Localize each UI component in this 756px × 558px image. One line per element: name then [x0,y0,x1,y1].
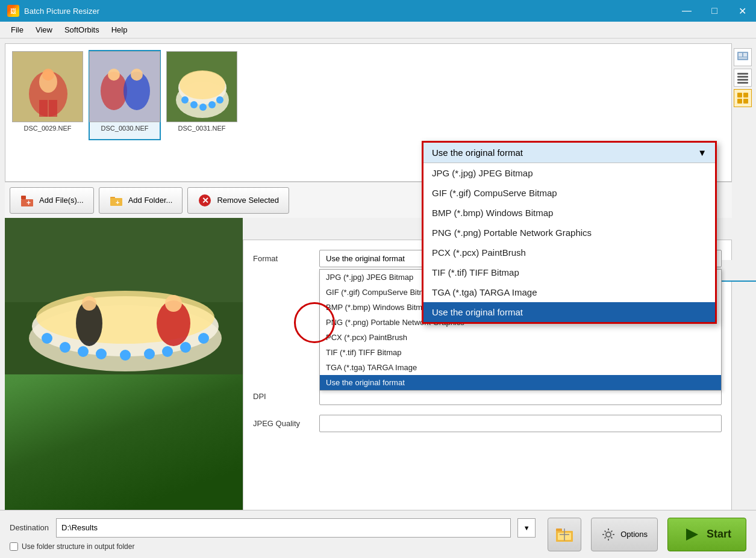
svg-point-42 [144,349,155,359]
jpeg-quality-input[interactable] [319,415,722,432]
folder-structure-label: Use folder structure in output folder [22,542,134,551]
svg-rect-55 [739,53,742,57]
thumb-label-2: DSC_0030.NEF [101,125,149,132]
close-button[interactable]: ✕ [728,0,756,22]
bottom-bar: Destination ▼ Use folder structure in ou… [0,510,756,558]
options-label: Options [620,530,648,539]
sidebar-list-btn[interactable] [734,69,752,87]
svg-rect-60 [737,79,748,81]
image-thumb-3[interactable]: DSC_0031.NEF [166,50,238,140]
dpi-label: DPI [253,392,319,401]
thumbnail-image-1 [12,51,83,122]
menu-softorbits[interactable]: SoftOrbits [58,23,105,37]
small-dd-tga[interactable]: TGA (*.tga) TARGA Image [320,360,721,375]
jpeg-quality-control [319,415,722,432]
svg-point-14 [180,70,225,99]
destination-chevron[interactable]: ▼ [517,518,536,538]
image-thumb-2[interactable]: DSC_0030.NEF [89,50,161,140]
start-button[interactable]: Start [667,518,746,551]
svg-rect-4 [39,100,48,117]
big-dd-gif[interactable]: GIF (*.gif) CompuServe Bitmap [423,183,715,203]
svg-point-44 [180,342,191,353]
preview-image [5,218,243,553]
sidebar-gallery-btn[interactable] [734,48,752,66]
title-bar: 🖼 Batch Picture Resizer — □ ✕ [0,0,756,22]
thumbnail-image-3 [166,51,237,122]
destination-input[interactable] [56,518,511,538]
svg-point-43 [162,346,173,357]
thumb-label-1: DSC_0029.NEF [24,125,72,132]
big-dd-tga[interactable]: TGA (*.tga) TARGA Image [423,282,715,302]
add-folder-icon: + [109,193,123,208]
format-dropdown-big: Use the original format ▼ JPG (*.jpg) JP… [422,141,717,324]
large-preview [5,218,243,553]
add-files-button[interactable]: + Add File(s)... [10,187,94,214]
jpeg-quality-label: JPEG Quality [253,419,319,428]
svg-rect-58 [737,73,748,75]
svg-text:+: + [27,199,31,207]
big-dd-original[interactable]: Use the original format [423,302,715,322]
small-dd-original[interactable]: Use the original format [320,375,721,390]
svg-rect-62 [737,93,742,98]
right-sidebar [732,43,754,553]
menu-bar: File View SoftOrbits Help [0,22,756,39]
big-dd-png[interactable]: PNG (*.png) Portable Network Graphics [423,223,715,243]
svg-point-17 [199,104,207,111]
start-label: Start [707,528,731,541]
big-dd-bmp[interactable]: BMP (*.bmp) Windows Bitmap [423,203,715,223]
image-thumb-1[interactable]: DSC_0029.NEF [11,50,84,140]
svg-point-41 [120,350,131,361]
svg-point-39 [78,346,89,357]
svg-point-18 [208,101,216,108]
sidebar-grid-btn[interactable] [734,89,752,107]
big-dd-pcx[interactable]: PCX (*.pcx) PaintBrush [423,243,715,262]
app-icon: 🖼 [7,5,19,17]
svg-point-8 [108,69,120,81]
svg-point-34 [165,295,182,312]
format-select-value: Use the original format [326,254,405,263]
jpeg-quality-row: JPEG Quality [253,415,722,432]
remove-icon: ✕ [198,193,212,208]
menu-file[interactable]: File [5,23,30,37]
svg-point-45 [198,333,209,344]
svg-point-36 [82,296,96,311]
svg-text:✕: ✕ [202,196,209,205]
destination-label: Destination [10,523,49,532]
thumb-label-3: DSC_0031.NEF [178,125,226,132]
big-dd-tif[interactable]: TIF (*.tif) TIFF Bitmap [423,262,715,282]
svg-rect-56 [743,53,747,57]
app-title: Batch Picture Resizer [24,7,99,16]
svg-text:+: + [116,199,119,206]
svg-point-16 [190,101,198,108]
svg-point-71 [606,532,611,537]
svg-rect-61 [737,82,748,84]
big-dropdown-header[interactable]: Use the original format ▼ [423,143,715,163]
big-dd-jpg[interactable]: JPG (*.jpg) JPEG Bitmap [423,163,715,183]
thumbnail-image-2 [89,51,160,122]
svg-point-19 [216,96,223,104]
browse-destination-button[interactable] [548,518,581,551]
add-folder-button[interactable]: + Add Folder... [99,187,183,214]
big-dropdown-header-text: Use the original format [432,147,523,158]
svg-rect-64 [737,99,742,104]
remove-selected-button[interactable]: ✕ Remove Selected [187,187,289,214]
svg-point-15 [181,96,189,104]
folder-structure-checkbox[interactable] [10,542,18,551]
minimize-button[interactable]: — [673,0,701,22]
svg-rect-57 [739,57,747,59]
menu-help[interactable]: Help [105,23,134,37]
svg-rect-63 [743,93,748,98]
svg-point-37 [42,333,52,344]
small-dd-tif[interactable]: TIF (*.tif) TIFF Bitmap [320,345,721,360]
svg-rect-20 [21,196,26,199]
svg-point-10 [131,69,143,81]
format-label: Format [253,254,319,263]
svg-point-38 [60,342,70,353]
maximize-button[interactable]: □ [701,0,728,22]
options-button[interactable]: Options [591,518,658,551]
svg-point-3 [42,69,54,81]
small-dd-pcx[interactable]: PCX (*.pcx) PaintBrush [320,330,721,345]
menu-view[interactable]: View [30,23,58,37]
big-dropdown-chevron-icon: ▼ [698,147,707,158]
window-controls: — □ ✕ [673,0,756,22]
